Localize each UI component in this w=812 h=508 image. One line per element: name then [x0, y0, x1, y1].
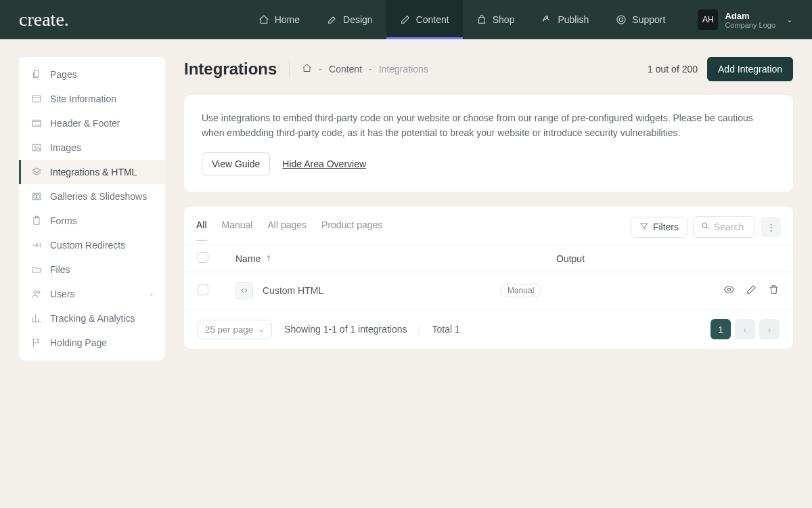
search-icon — [700, 221, 710, 233]
hide-overview-link[interactable]: Hide Area Overview — [282, 158, 366, 169]
tab-all[interactable]: All — [196, 219, 207, 241]
table-row: Custom HTML Manual — [184, 272, 793, 310]
redirect-icon — [31, 240, 42, 251]
sidebar-item-forms[interactable]: Forms — [19, 209, 165, 233]
page-title: Integrations — [184, 60, 277, 79]
sidebar-item-pages[interactable]: Pages — [19, 62, 165, 87]
svg-point-16 — [727, 289, 730, 291]
nav-label: Support — [632, 14, 665, 25]
row-name[interactable]: Custom HTML — [263, 285, 500, 296]
showing-text: Showing 1-1 of 1 integrations — [284, 324, 407, 335]
sidebar-label: Images — [50, 142, 81, 153]
chevron-down-icon: ⌄ — [258, 325, 265, 334]
add-integration-button[interactable]: Add Integration — [707, 57, 793, 81]
svg-rect-4 — [32, 96, 41, 102]
search-input[interactable] — [714, 221, 748, 232]
sidebar-label: Header & Footer — [50, 118, 120, 129]
nav-items: Home Design Content Shop Publish Support — [245, 0, 679, 39]
nav-home[interactable]: Home — [245, 0, 313, 39]
sidebar-item-users[interactable]: Users › — [19, 282, 165, 306]
svg-point-2 — [620, 18, 623, 21]
user-menu[interactable]: AH Adam Company Logo ⌄ — [679, 9, 793, 30]
usage-status: 1 out of 200 — [648, 64, 698, 75]
delete-icon[interactable] — [768, 284, 780, 297]
sidebar-item-site-info[interactable]: Site Information — [19, 87, 165, 111]
main-content: Integrations - Content - Integrations 1 … — [184, 57, 793, 349]
chevron-right-icon: › — [150, 290, 153, 298]
divider — [289, 61, 290, 77]
nav-support[interactable]: Support — [602, 0, 679, 39]
sidebar-label: Users — [50, 289, 75, 299]
bc-sep: - — [319, 64, 322, 75]
folder-icon — [31, 264, 42, 275]
page-1-button[interactable]: 1 — [710, 319, 731, 339]
tab-all-pages[interactable]: All pages — [267, 219, 307, 241]
table-panel: All Manual All pages Product pages Filte… — [184, 207, 793, 349]
sidebar-item-redirects[interactable]: Custom Redirects — [19, 233, 165, 257]
tab-product-pages[interactable]: Product pages — [321, 219, 382, 241]
filters-label: Filters — [653, 221, 679, 232]
breadcrumb-current: Integrations — [379, 64, 428, 75]
chevron-down-icon: ⌄ — [786, 15, 793, 24]
sidebar-item-analytics[interactable]: Tracking & Analytics — [19, 306, 165, 331]
home-icon[interactable] — [302, 63, 312, 75]
page-header: Integrations - Content - Integrations 1 … — [184, 57, 793, 81]
layout-icon — [31, 118, 42, 129]
sidebar-item-files[interactable]: Files — [19, 257, 165, 282]
user-name: Adam — [725, 11, 775, 21]
column-name[interactable]: Name — [235, 253, 556, 264]
sidebar-item-images[interactable]: Images — [19, 135, 165, 160]
breadcrumb-section[interactable]: Content — [329, 64, 362, 75]
page-prev-button[interactable]: ‹ — [735, 319, 755, 339]
column-output[interactable]: Output — [556, 253, 780, 264]
svg-rect-9 — [34, 194, 36, 198]
sidebar-label: Forms — [50, 215, 77, 226]
sidebar-label: Files — [50, 264, 70, 275]
row-checkbox[interactable] — [198, 284, 208, 295]
edit-icon[interactable] — [746, 284, 757, 297]
table-footer: 25 per page ⌄ Showing 1-1 of 1 integrati… — [184, 310, 793, 349]
divider — [420, 323, 420, 335]
nav-design[interactable]: Design — [313, 0, 386, 39]
sidebar-label: Galleries & Slideshows — [50, 191, 147, 202]
pagination: 1 ‹ › — [710, 319, 780, 339]
gallery-icon — [31, 191, 42, 202]
sidebar-item-galleries[interactable]: Galleries & Slideshows — [19, 184, 165, 209]
page-next-button[interactable]: › — [759, 319, 780, 339]
more-menu-button[interactable]: ⋮ — [761, 217, 781, 237]
nav-label: Design — [343, 14, 373, 25]
sidebar-label: Holding Page — [50, 337, 107, 348]
sidebar-label: Site Information — [50, 93, 116, 104]
select-all-checkbox[interactable] — [198, 252, 208, 263]
nav-shop[interactable]: Shop — [463, 0, 528, 39]
overview-text: Use integrations to embed third-party co… — [202, 111, 775, 140]
sidebar-item-header-footer[interactable]: Header & Footer — [19, 111, 165, 135]
breadcrumb: - Content - Integrations — [302, 63, 428, 75]
filters-button[interactable]: Filters — [631, 217, 687, 238]
per-page-select[interactable]: 25 per page ⌄ — [198, 320, 272, 339]
avatar: AH — [698, 9, 718, 30]
output-badge: Manual — [500, 284, 541, 297]
user-company: Company Logo — [725, 21, 775, 29]
nav-content[interactable]: Content — [386, 0, 463, 39]
top-nav: create. Home Design Content Shop Publish… — [0, 0, 812, 39]
brand-logo: create. — [19, 9, 69, 30]
view-icon[interactable] — [723, 284, 735, 297]
svg-rect-10 — [37, 194, 39, 198]
table-tabs: All Manual All pages Product pages — [196, 219, 382, 241]
sidebar-item-holding[interactable]: Holding Page — [19, 331, 165, 355]
sidebar-item-integrations[interactable]: Integrations & HTML — [19, 160, 165, 184]
code-icon — [235, 282, 253, 299]
sidebar-label: Tracking & Analytics — [50, 313, 135, 324]
tab-manual[interactable]: Manual — [222, 219, 253, 241]
filter-icon — [639, 221, 649, 233]
overview-panel: Use integrations to embed third-party co… — [184, 95, 793, 192]
sort-asc-icon — [265, 253, 273, 264]
dots-vertical-icon: ⋮ — [767, 222, 775, 232]
view-guide-button[interactable]: View Guide — [202, 152, 270, 175]
nav-label: Shop — [493, 14, 515, 25]
search-wrapper[interactable] — [693, 216, 755, 238]
nav-label: Publish — [558, 14, 589, 25]
nav-publish[interactable]: Publish — [528, 0, 602, 39]
flag-icon — [31, 337, 42, 348]
